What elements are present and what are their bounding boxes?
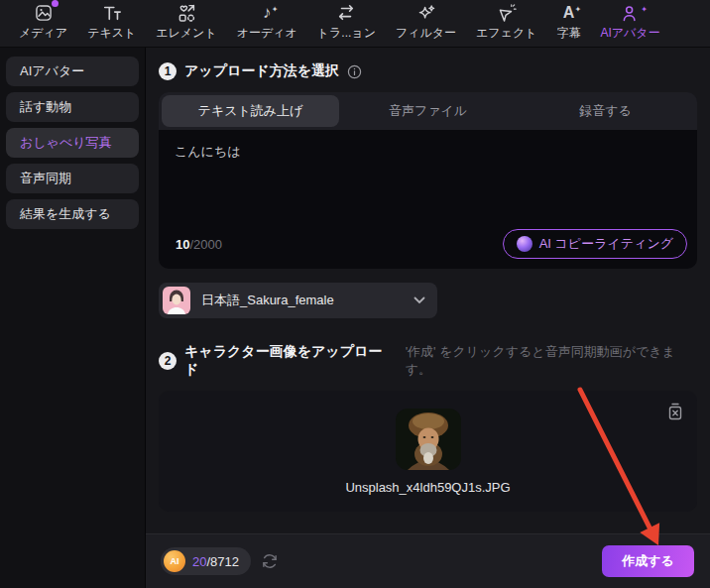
toolbar-label: エレメント — [156, 25, 216, 42]
credits-counter: 20/8712 — [192, 554, 239, 569]
character-image-card: Unsplash_x4ldh59QJ1s.JPG — [159, 391, 697, 512]
toolbar-label: オーディオ — [237, 25, 297, 42]
step2-hint: '作成' をクリックすると音声同期動画ができます。 — [406, 343, 697, 379]
audio-icon: ♪✦ — [263, 2, 272, 24]
create-button[interactable]: 作成する — [602, 545, 694, 577]
ai-copywriting-label: AI コピーライティング — [539, 235, 673, 253]
char-count: 10 — [176, 237, 189, 252]
main-panel: 1 アップロード方法を選択 テキスト読み上げ 音声ファイル 録音する こんにちは — [146, 48, 710, 588]
ai-copywriting-button[interactable]: AI コピーライティング — [503, 229, 687, 259]
ai-avatar-icon: ✦ — [620, 2, 641, 24]
step2-number-badge: 2 — [159, 352, 177, 370]
voice-select-dropdown[interactable]: 日本語_Sakura_female — [159, 283, 437, 318]
app-window: メディア テキスト エレメント ♪✦ オーディオ — [0, 0, 710, 588]
toolbar-item-media[interactable]: メディア — [10, 2, 76, 42]
credits-pill: AI 20/8712 — [161, 547, 251, 575]
refresh-icon[interactable] — [261, 552, 279, 570]
toolbar-label: 字幕 — [556, 25, 580, 42]
tts-text-area-block: こんにちは 10/2000 AI コピーライティング — [159, 130, 697, 269]
sidebar-item-generate-result[interactable]: 結果を生成する — [6, 199, 139, 229]
subtitle-icon: A✦ — [563, 2, 575, 24]
transition-icon — [335, 2, 357, 24]
tab-label: 録音する — [579, 102, 632, 120]
tab-text-to-speech[interactable]: テキスト読み上げ — [162, 95, 339, 127]
step1-title: アップロード方法を選択 — [184, 62, 339, 80]
media-icon — [34, 2, 54, 24]
toolbar-label: テキスト — [87, 25, 136, 42]
tab-label: 音声ファイル — [389, 102, 467, 120]
step1-header: 1 アップロード方法を選択 — [159, 62, 697, 80]
tab-record[interactable]: 録音する — [517, 95, 694, 127]
step2-title: キャラクター画像をアップロード — [184, 343, 394, 379]
toolbar-label: AIアバター — [600, 25, 659, 42]
step2-header: 2 キャラクター画像をアップロード '作成' をクリックすると音声同期動画ができ… — [159, 343, 697, 379]
toolbar-item-filter[interactable]: フィルター — [387, 2, 465, 42]
notification-dot — [52, 0, 59, 7]
credits-total: /8712 — [206, 554, 239, 569]
tab-label: テキスト読み上げ — [198, 102, 303, 120]
step1-number-badge: 1 — [159, 62, 177, 80]
sidebar-label: AIアバター — [20, 62, 84, 80]
sidebar-label: 音声同期 — [20, 170, 71, 187]
char-limit: /2000 — [189, 237, 222, 252]
voice-avatar — [163, 287, 190, 314]
char-counter: 10/2000 — [176, 237, 222, 252]
sidebar: AIアバター 話す動物 おしゃべり写真 音声同期 結果を生成する — [0, 48, 146, 588]
toolbar-label: トラ...ョン — [317, 25, 376, 42]
chevron-down-icon — [414, 296, 425, 304]
toolbar-item-elements[interactable]: エレメント — [147, 2, 225, 42]
sidebar-label: おしゃべり写真 — [20, 134, 112, 152]
upload-method-tabs: テキスト読み上げ 音声ファイル 録音する — [159, 92, 697, 130]
text-icon — [101, 2, 123, 24]
sidebar-item-talking-photo[interactable]: おしゃべり写真 — [6, 128, 139, 158]
toolbar-item-audio[interactable]: ♪✦ オーディオ — [228, 2, 306, 42]
effects-icon — [496, 2, 517, 24]
uploaded-image-thumbnail[interactable] — [396, 409, 461, 470]
credits-used: 20 — [192, 554, 206, 569]
toolbar-label: エフェクト — [476, 25, 536, 42]
toolbar-label: メディア — [19, 25, 67, 42]
toolbar-item-ai-avatar[interactable]: ✦ AIアバター — [591, 2, 668, 42]
filter-icon — [415, 2, 436, 24]
footer-bar: AI 20/8712 作成する — [146, 533, 710, 588]
sidebar-item-lip-sync[interactable]: 音声同期 — [6, 164, 139, 193]
tts-text-input[interactable]: こんにちは — [159, 130, 697, 229]
top-toolbar: メディア テキスト エレメント ♪✦ オーディオ — [0, 0, 710, 48]
toolbar-item-effects[interactable]: エフェクト — [467, 2, 545, 42]
ai-credit-coin-icon: AI — [164, 550, 185, 572]
voice-name: 日本語_Sakura_female — [201, 292, 403, 309]
toolbar-item-text[interactable]: テキスト — [78, 2, 145, 42]
sidebar-label: 結果を生成する — [20, 205, 111, 223]
toolbar-item-subtitle[interactable]: A✦ 字幕 — [547, 2, 589, 42]
elements-icon — [176, 2, 196, 24]
toolbar-item-transition[interactable]: トラ...ョン — [308, 2, 385, 42]
info-icon[interactable] — [347, 64, 362, 79]
tab-audio-file[interactable]: 音声ファイル — [339, 95, 517, 127]
delete-image-icon[interactable] — [666, 402, 684, 421]
sidebar-label: 話す動物 — [20, 98, 71, 116]
sidebar-item-talking-animals[interactable]: 話す動物 — [6, 92, 139, 122]
ai-orb-icon — [517, 236, 532, 252]
toolbar-label: フィルター — [396, 25, 456, 42]
sidebar-item-ai-avatar[interactable]: AIアバター — [6, 57, 139, 86]
uploaded-file-name: Unsplash_x4ldh59QJ1s.JPG — [345, 480, 510, 495]
